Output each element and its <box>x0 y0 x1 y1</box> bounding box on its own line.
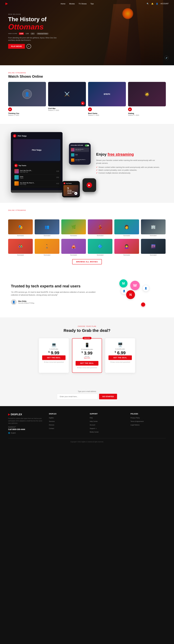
phone-track-1[interactable]: Just Like Fire (Pr... Just Like Fire <box>70 148 89 152</box>
phone-track-3-name: You Stole My Near A... <box>75 159 86 160</box>
movie-card-9[interactable]: 🎪 Nominated <box>61 239 86 256</box>
movies-section: ONLINE STREAMING Browse Movies 🎭 Nominat… <box>0 203 174 271</box>
footer-phone[interactable]: Call 0800-300-4444 <box>8 428 44 430</box>
footer-questions: Questions? <box>8 426 44 428</box>
movie-card-2[interactable]: 👥 Nominated <box>35 220 59 237</box>
footer-link-media[interactable]: Media Center <box>90 431 99 433</box>
footer-link-services[interactable]: Services <box>49 420 55 422</box>
hero-badge: NEW RELEASE <box>8 14 60 15</box>
show-card-4[interactable]: 🧔 ▶ Atabeg Season 3 • 2023 <box>128 82 166 117</box>
trusted-text: Trusted by tech experts and real users "… <box>11 284 97 305</box>
movie-card-5[interactable]: 👩 Nominated <box>114 220 139 237</box>
pricing-price-1: $ 9.99 <box>42 350 66 356</box>
small-phone-device: ▶ Top Tracks 5 50 hitsIm the bestshows ▶ <box>62 181 80 197</box>
streaming-heading: Enjoy free streaming <box>96 152 160 157</box>
volume-button[interactable]: 🔊 <box>164 56 168 60</box>
movie-card-1[interactable]: 🎭 Nominated <box>8 220 33 237</box>
get-deal-btn-2[interactable]: GET THE DEAL <box>76 361 98 366</box>
footer-link-digiflex[interactable]: Digiflex <box>49 417 54 419</box>
nav-tv-shows[interactable]: TV Shows <box>78 3 86 5</box>
track-duration-2: 3:01 <box>56 177 59 178</box>
account-icon[interactable]: 👤 <box>156 3 158 5</box>
small-phone-bg: 5 50 hitsIm the bestshows ▶ <box>64 185 78 196</box>
movie-thumb-3: 🌿 <box>61 220 86 234</box>
track-info-3: You Stole My Near A... FKA Twigs <box>20 182 55 185</box>
album-art-content: FKA Twigs <box>32 149 42 151</box>
watch-device: ▶ <box>82 178 96 192</box>
hits-subtitle: 50 hitsIm the bestshows <box>68 190 75 194</box>
nav-home[interactable]: Home <box>61 3 66 5</box>
watch-shows-section: ONLINE STREAMING Watch Shows Online 👤 ▶ … <box>0 65 174 124</box>
show-card-1[interactable]: 👤 ▶ Thinking You Season 1 • 2021 <box>8 82 46 117</box>
show-play-btn-3[interactable]: ▶ <box>88 108 92 111</box>
footer-link-account[interactable]: Account <box>90 424 95 426</box>
nav-tips[interactable]: Tips <box>90 3 94 5</box>
hits-text-display: 5 50 hitsIm the bestshows <box>66 186 76 195</box>
movie-card-10[interactable]: 🔷 Nominated <box>88 239 112 256</box>
phone-track-1-name: Just Like Fire (Pr... <box>75 149 84 150</box>
phone-track-3[interactable]: You Stole My Near A... FKA Twigs <box>70 158 89 162</box>
footer-link-support[interactable]: Support ☺ <box>90 428 97 429</box>
track-duration-3: 4:12 <box>56 183 59 184</box>
track-item-3[interactable]: You Stole My Near A... FKA Twigs 4:12 <box>14 180 59 186</box>
hero-volume: 🔊 <box>164 56 168 60</box>
track-list: ▶ Top Tracks Just Like Fire (Pr... Just … <box>13 162 60 188</box>
show-card-2[interactable]: ⚔️ ▶ Civil War Season 2 • 2022 <box>48 82 86 117</box>
movie-card-4[interactable]: 💃 Nominated <box>88 220 112 237</box>
footer-link-faq[interactable]: FAQ <box>90 417 93 419</box>
footer-link-terms[interactable]: Terms & Agreement <box>130 420 144 422</box>
movie-card-8[interactable]: 🚶 Nominated <box>35 239 59 256</box>
track-item-2[interactable]: Sofia Clairo 3:01 <box>14 174 59 180</box>
author-avatar: 👤 <box>11 299 16 305</box>
small-phone-logo: ▶ <box>64 182 66 184</box>
footer-link-devices[interactable]: Devices <box>49 424 54 426</box>
pricing-top-label: CHOOSE YOUR PLAN <box>11 326 163 327</box>
footer-link-legal[interactable]: Legal Notices <box>130 424 140 426</box>
email-submit-button[interactable]: GO STARTED <box>99 394 117 399</box>
account-label[interactable]: ACCOUNT <box>160 3 168 4</box>
email-input[interactable] <box>57 394 98 399</box>
hero-meta: IMDB SCORE 8.0/9 1299 14+ Historical Fic… <box>8 32 60 35</box>
get-deal-btn-3[interactable]: GET THE DEAL <box>108 356 132 360</box>
add-button[interactable]: + <box>26 44 31 49</box>
phone-track-3-artist: FKA Twigs <box>75 160 86 161</box>
footer-link-help[interactable]: Help Center <box>90 420 98 422</box>
movie-card-11[interactable]: 👩‍🦱 Nominated <box>114 239 139 256</box>
pricing-title: Ready to Grab the deal? <box>11 328 163 333</box>
browse-all-movies-button[interactable]: BROWSE ALL MOVIES <box>72 259 102 264</box>
watch-play-btn[interactable]: ▶ <box>86 182 92 188</box>
footer-language: 🌐 English <box>8 432 44 434</box>
movie-card-3[interactable]: 🌿 Nominated <box>61 220 86 237</box>
show-card-1-bg: 👤 <box>8 82 46 106</box>
shows-section-label: ONLINE STREAMING <box>8 72 166 74</box>
offline-toggle[interactable] <box>85 144 89 146</box>
nav-movies[interactable]: Movies <box>69 3 75 5</box>
streaming-heading-link[interactable]: free streaming <box>108 152 134 156</box>
pricing-guarantee-1: 30-days money-back guaranteed <box>42 361 66 363</box>
movie-card-6[interactable]: 🏢 Nominated <box>141 220 166 237</box>
hits-number: 5 <box>68 187 69 190</box>
get-deal-btn-1[interactable]: GET THE DEAL <box>42 356 66 360</box>
footer-link-privacy[interactable]: Privacy Policy <box>130 417 140 419</box>
footer-link-contact[interactable]: Contact <box>49 428 54 429</box>
footer-links-digiflex: Digiflex Services Devices Contact <box>49 416 84 430</box>
show-card-1-meta: Season 1 • 2021 <box>8 114 46 116</box>
hero-rating: 14+ <box>30 33 35 35</box>
show-play-btn-4[interactable]: ▶ <box>128 108 132 111</box>
movie-label-6: Nominated <box>141 234 166 237</box>
search-icon[interactable]: 🔍 <box>147 3 149 5</box>
pricing-currency-3: $ <box>115 351 116 353</box>
track-item-1[interactable]: Just Like Fire (Pr... Just Like Fire 3:2… <box>14 168 59 174</box>
movie-card-12[interactable]: 🌆 Nominated <box>141 239 166 256</box>
movie-thumb-5: 👩 <box>114 220 139 234</box>
phone-track-2[interactable]: Sofia Clairo <box>70 153 89 157</box>
show-card-3[interactable]: ВПЕРХ ▶ Best Game Season 1 • 2020 <box>88 82 126 117</box>
notification-icon[interactable]: 🔔 <box>151 3 154 5</box>
browse-btn-wrapper: BROWSE ALL MOVIES <box>8 259 166 264</box>
show-play-btn-1[interactable]: ▶ <box>8 108 12 111</box>
movie-card-7[interactable]: 👫 Nominated <box>8 239 33 256</box>
movie-label-10: Nominated <box>88 254 112 256</box>
shows-section-title: Watch Shows Online <box>8 74 166 78</box>
streaming-section: ▶ FKA Twigs FKA Twigs ▶ Top Tracks <box>0 124 174 203</box>
play-movie-button[interactable]: PLAY MOVIE <box>8 44 25 49</box>
